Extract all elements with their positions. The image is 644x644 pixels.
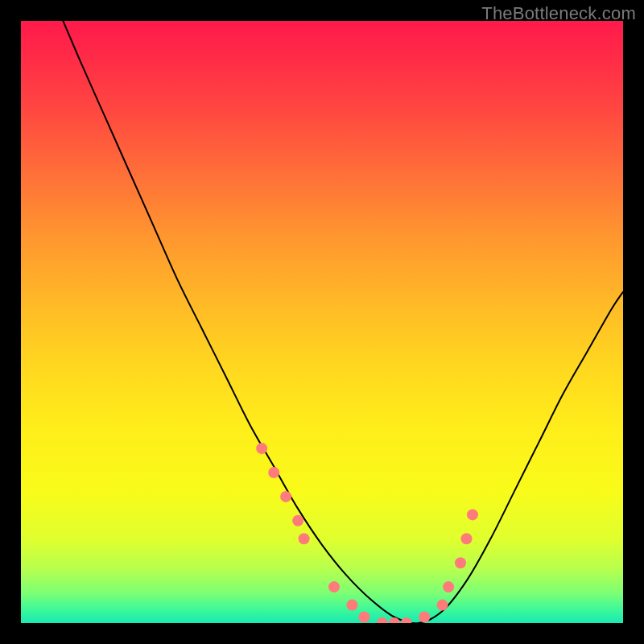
marker-dot xyxy=(256,443,267,454)
watermark-text: TheBottleneck.com xyxy=(481,3,636,24)
marker-dot xyxy=(461,533,473,544)
marker-dot xyxy=(467,509,478,520)
marker-dot xyxy=(292,515,303,526)
marker-dot xyxy=(328,581,340,592)
marker-dot xyxy=(346,600,357,611)
bottleneck-curve xyxy=(63,21,623,623)
marker-dot xyxy=(419,612,430,623)
marker-dot xyxy=(401,617,412,623)
marker-dot xyxy=(268,467,279,478)
plot-area xyxy=(21,21,623,623)
marker-dot xyxy=(280,491,291,502)
marker-dot xyxy=(455,557,466,568)
marker-dot xyxy=(443,581,454,592)
chart-frame: TheBottleneck.com xyxy=(0,0,644,644)
marker-dot xyxy=(437,600,448,611)
marker-dot xyxy=(358,612,369,623)
marker-dot xyxy=(299,533,310,544)
marker-dot xyxy=(377,617,388,623)
curve-layer xyxy=(21,21,623,623)
